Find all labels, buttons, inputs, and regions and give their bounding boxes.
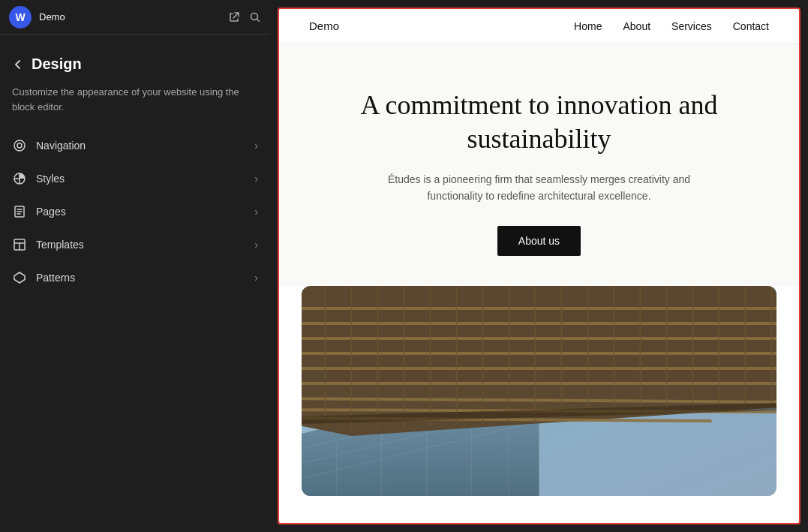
sidebar: W Demo Design bbox=[0, 0, 270, 532]
back-button[interactable] bbox=[12, 59, 24, 71]
templates-icon bbox=[12, 237, 27, 252]
preview-container: Demo Home About Services Contact A commi… bbox=[270, 0, 808, 532]
sidebar-description: Customize the appearance of your website… bbox=[0, 85, 270, 129]
menu-left-navigation: Navigation bbox=[12, 138, 86, 153]
sidebar-title: Design bbox=[32, 56, 82, 73]
pages-chevron: › bbox=[254, 206, 258, 218]
site-name: Demo bbox=[39, 11, 221, 23]
patterns-chevron: › bbox=[254, 272, 258, 284]
pages-icon bbox=[12, 204, 27, 219]
templates-label: Templates bbox=[36, 239, 84, 251]
site-hero: A commitment to innovation and sustainab… bbox=[279, 44, 799, 286]
external-link-button[interactable] bbox=[228, 11, 240, 23]
sidebar-header: Design bbox=[0, 50, 270, 85]
sidebar-item-templates[interactable]: Templates › bbox=[0, 228, 270, 261]
sidebar-item-styles[interactable]: Styles › bbox=[0, 162, 270, 195]
styles-label: Styles bbox=[36, 173, 65, 185]
navigation-icon bbox=[12, 138, 27, 153]
styles-chevron: › bbox=[254, 173, 258, 185]
top-bar: W Demo bbox=[0, 0, 270, 35]
styles-icon bbox=[12, 171, 27, 186]
menu-left-patterns: Patterns bbox=[12, 270, 75, 285]
pages-label: Pages bbox=[36, 206, 66, 218]
site-logo: Demo bbox=[309, 20, 339, 32]
menu-left-pages: Pages bbox=[12, 204, 66, 219]
patterns-label: Patterns bbox=[36, 272, 75, 284]
search-button[interactable] bbox=[249, 11, 261, 23]
sidebar-item-patterns[interactable]: Patterns › bbox=[0, 261, 270, 294]
menu-left-templates: Templates bbox=[12, 237, 84, 252]
svg-point-1 bbox=[14, 140, 25, 151]
building-image bbox=[302, 286, 776, 496]
site-nav: Home About Services Contact bbox=[574, 20, 769, 32]
nav-home[interactable]: Home bbox=[574, 20, 602, 32]
hero-title: A commitment to innovation and sustainab… bbox=[339, 89, 739, 156]
about-us-button[interactable]: About us bbox=[497, 226, 581, 256]
menu-left-styles: Styles bbox=[12, 171, 65, 186]
navigation-label: Navigation bbox=[36, 140, 86, 152]
sidebar-content: Design Customize the appearance of your … bbox=[0, 35, 270, 532]
nav-services[interactable]: Services bbox=[671, 20, 712, 32]
top-bar-icons bbox=[228, 11, 261, 23]
nav-about[interactable]: About bbox=[623, 20, 650, 32]
patterns-icon bbox=[12, 270, 27, 285]
wordpress-logo[interactable]: W bbox=[9, 6, 32, 29]
sidebar-item-pages[interactable]: Pages › bbox=[0, 195, 270, 228]
hero-subtitle: Études is a pioneering firm that seamles… bbox=[359, 171, 719, 205]
navigation-chevron: › bbox=[254, 140, 258, 152]
svg-point-2 bbox=[17, 143, 22, 148]
preview-frame: Demo Home About Services Contact A commi… bbox=[278, 8, 800, 524]
sidebar-item-navigation[interactable]: Navigation › bbox=[0, 129, 270, 162]
nav-contact[interactable]: Contact bbox=[733, 20, 769, 32]
templates-chevron: › bbox=[254, 239, 258, 251]
site-header: Demo Home About Services Contact bbox=[279, 9, 799, 44]
